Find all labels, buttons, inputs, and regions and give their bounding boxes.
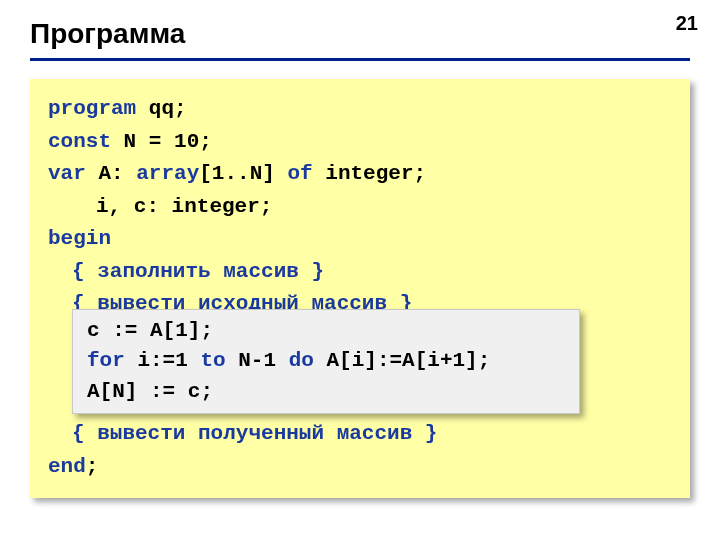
code-line: for i:=1 to N-1 do A[i]:=A[i+1]; (87, 346, 565, 376)
code-text: N = 10; (111, 130, 212, 153)
code-line: program qq; (48, 93, 672, 126)
code-comment: { вывести полученный массив } (48, 418, 672, 451)
slide: 21 Программа program qq; const N = 10; v… (0, 0, 720, 540)
keyword: const (48, 130, 111, 153)
code-line: c := A[1]; (87, 316, 565, 346)
code-line: begin (48, 223, 672, 256)
keyword: end (48, 455, 86, 478)
code-block: program qq; const N = 10; var A: array[1… (30, 79, 690, 498)
code-line: A[N] := c; (87, 377, 565, 407)
code-comment: { заполнить массив } (48, 256, 672, 289)
code-text: N-1 (226, 349, 289, 372)
keyword: program (48, 97, 136, 120)
code-text: i:=1 (125, 349, 201, 372)
code-line: var A: array[1..N] of integer; (48, 158, 672, 191)
code-text: qq; (136, 97, 186, 120)
page-number: 21 (676, 12, 698, 35)
code-line: i, c: integer; (48, 191, 672, 224)
code-line: end; (48, 451, 672, 484)
keyword: array (136, 162, 199, 185)
inset-code-block: c := A[1]; for i:=1 to N-1 do A[i]:=A[i+… (72, 309, 580, 414)
keyword: for (87, 349, 125, 372)
keyword: of (287, 162, 312, 185)
code-text: A: (86, 162, 136, 185)
page-title: Программа (30, 18, 690, 50)
code-text: ; (86, 455, 99, 478)
code-line: const N = 10; (48, 126, 672, 159)
keyword: begin (48, 227, 111, 250)
code-text: integer; (313, 162, 426, 185)
keyword: var (48, 162, 86, 185)
keyword: do (289, 349, 314, 372)
title-underline (30, 58, 690, 61)
code-text: [1..N] (199, 162, 287, 185)
code-text: A[i]:=A[i+1]; (314, 349, 490, 372)
keyword: to (200, 349, 225, 372)
